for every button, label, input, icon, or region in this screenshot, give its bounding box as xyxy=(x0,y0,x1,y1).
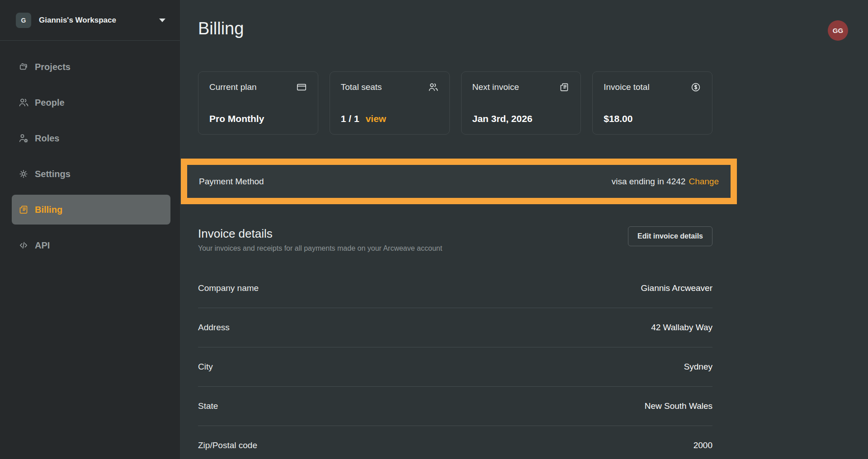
receipt-icon xyxy=(18,204,29,215)
card-value: Jan 3rd, 2026 xyxy=(472,113,533,124)
sidebar-item-api[interactable]: API xyxy=(12,230,170,260)
workspace-avatar: G xyxy=(16,13,31,28)
sidebar-item-roles[interactable]: Roles xyxy=(12,123,170,153)
card-next-invoice: Next invoice Jan 3rd, 2026 xyxy=(461,71,581,135)
row-value: Sydney xyxy=(684,362,712,372)
card-value: $18.00 xyxy=(604,113,632,124)
sidebar-item-projects[interactable]: Projects xyxy=(12,52,170,82)
sidebar-item-settings[interactable]: Settings xyxy=(12,159,170,189)
card-value: Pro Monthly xyxy=(209,113,264,124)
sidebar: G Giannis's Workspace Projects People Ro… xyxy=(0,0,180,459)
row-label: State xyxy=(198,401,218,411)
row-label: Company name xyxy=(198,283,259,293)
sidebar-item-label: Roles xyxy=(35,133,59,144)
payment-method-value: visa ending in 4242 xyxy=(612,177,686,187)
card-invoice-total: Invoice total $18.00 xyxy=(592,71,712,135)
credit-card-icon xyxy=(296,82,307,93)
invoice-details-table: Company name Giannis Arcweaver Address 4… xyxy=(198,269,712,459)
code-icon xyxy=(18,240,29,251)
receipt-icon xyxy=(559,82,570,93)
sidebar-item-people[interactable]: People xyxy=(12,88,170,117)
row-value: New South Wales xyxy=(645,401,712,411)
card-label: Invoice total xyxy=(604,82,649,92)
workspace-name: Giannis's Workspace xyxy=(39,16,116,25)
user-avatar[interactable]: GG xyxy=(828,20,848,41)
sidebar-item-label: Settings xyxy=(35,169,71,179)
row-label: City xyxy=(198,362,213,372)
stat-cards-row: Current plan Pro Monthly Total seats xyxy=(198,71,712,135)
card-total-seats: Total seats 1 / 1 view xyxy=(330,71,450,135)
chevron-down-icon xyxy=(159,19,165,22)
card-label: Current plan xyxy=(209,82,257,92)
card-value: 1 / 1 xyxy=(341,113,359,124)
card-label: Total seats xyxy=(341,82,382,92)
users-icon xyxy=(18,97,29,108)
table-row-state: State New South Wales xyxy=(198,387,712,426)
table-row-company-name: Company name Giannis Arcweaver xyxy=(198,269,712,308)
payment-method-label: Payment Method xyxy=(199,177,264,187)
row-value: 2000 xyxy=(693,440,712,450)
dollar-circle-icon xyxy=(690,82,701,93)
payment-method-highlight: Payment Method visa ending in 4242 Chang… xyxy=(181,159,737,204)
view-seats-link[interactable]: view xyxy=(366,113,387,124)
sidebar-item-label: Projects xyxy=(35,62,71,72)
row-label: Address xyxy=(198,323,230,333)
sidebar-item-label: API xyxy=(35,240,50,251)
main-panel: GG Billing Current plan Pro Monthly xyxy=(180,0,868,459)
page-title: Billing xyxy=(198,15,712,42)
row-value: 42 Wallaby Way xyxy=(651,323,712,333)
workspace-switcher[interactable]: G Giannis's Workspace xyxy=(0,0,180,41)
users-icon xyxy=(428,82,439,93)
payment-method-row: Payment Method visa ending in 4242 Chang… xyxy=(187,165,731,198)
sidebar-item-label: Billing xyxy=(35,205,62,215)
sidebar-item-billing[interactable]: Billing xyxy=(12,195,170,225)
change-payment-link[interactable]: Change xyxy=(689,177,719,187)
row-label: Zip/Postal code xyxy=(198,440,257,450)
sidebar-item-label: People xyxy=(35,98,65,108)
sidebar-nav: Projects People Roles Settings Billing xyxy=(0,41,180,260)
folders-icon xyxy=(18,61,29,72)
table-row-address: Address 42 Wallaby Way xyxy=(198,308,712,347)
card-label: Next invoice xyxy=(472,82,519,92)
table-row-zip: Zip/Postal code 2000 xyxy=(198,426,712,459)
user-gear-icon xyxy=(18,133,29,144)
row-value: Giannis Arcweaver xyxy=(641,283,712,293)
gear-icon xyxy=(18,169,29,179)
table-row-city: City Sydney xyxy=(198,347,712,387)
card-current-plan: Current plan Pro Monthly xyxy=(198,71,318,135)
edit-invoice-details-button[interactable]: Edit invoice details xyxy=(628,226,712,246)
